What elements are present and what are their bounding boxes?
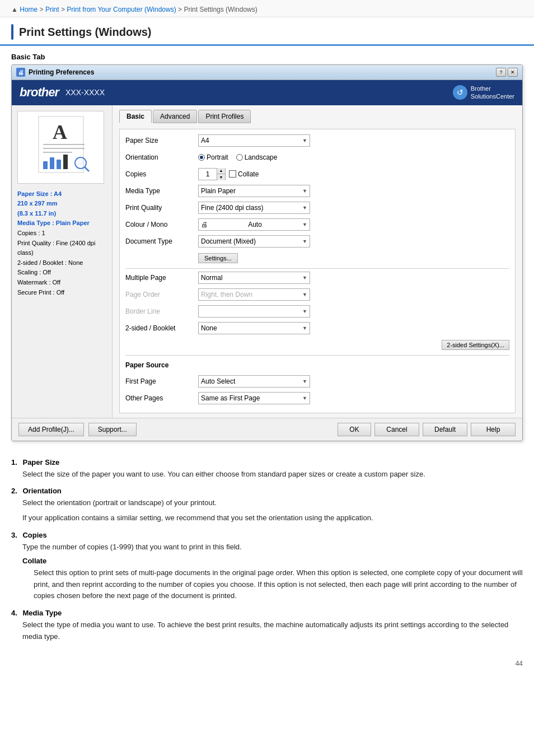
document-type-control: Document (Mixed) ▼	[198, 235, 509, 248]
collate-sub-section: Collate Select this option to print sets…	[22, 557, 523, 602]
paper-size-row: Paper Size A4 ▼	[125, 134, 509, 147]
help-footer-button[interactable]: Help	[471, 423, 516, 436]
item-title-media-type: 4. Media Type	[11, 609, 523, 617]
other-pages-control: Same as First Page ▼	[198, 392, 509, 404]
info-dimensions-imperial: (8.3 x 11.7 in)	[17, 209, 106, 219]
divider-1	[125, 268, 509, 269]
page-order-value: Right, then Down	[201, 291, 252, 298]
svg-point-11	[78, 160, 83, 166]
media-type-row: Media Type Plain Paper ▼	[125, 184, 509, 198]
breadcrumb-print[interactable]: Print	[45, 6, 59, 13]
first-page-label: First Page	[125, 377, 198, 385]
dialog-icon: 🖨	[16, 68, 25, 77]
document-settings-button[interactable]: Settings...	[198, 253, 238, 263]
document-type-select[interactable]: Document (Mixed) ▼	[198, 235, 310, 248]
titlebar-buttons: ? ✕	[496, 68, 518, 77]
media-type-select[interactable]: Plain Paper ▼	[198, 185, 310, 197]
collate-checkbox[interactable]	[229, 170, 236, 178]
item-num-3: 3.	[11, 531, 17, 539]
orientation-label: Orientation	[125, 153, 198, 161]
tab-print-profiles[interactable]: Print Profiles	[198, 110, 251, 123]
multiple-page-row: Multiple Page Normal ▼	[125, 271, 509, 284]
first-page-select[interactable]: Auto Select ▼	[198, 375, 310, 388]
page-order-select[interactable]: Right, then Down ▼	[198, 288, 310, 301]
media-type-value: Plain Paper	[201, 187, 236, 195]
ok-button[interactable]: OK	[338, 423, 371, 436]
orientation-landscape[interactable]: Landscape	[236, 153, 278, 161]
collate-checkbox-item[interactable]: Collate	[229, 170, 259, 178]
other-pages-label: Other Pages	[125, 394, 198, 402]
footer-right: OK Cancel Default Help	[338, 423, 516, 436]
svg-rect-6	[50, 157, 54, 169]
portrait-radio[interactable]	[198, 154, 205, 161]
media-type-arrow: ▼	[302, 188, 307, 194]
support-button[interactable]: Support...	[88, 423, 137, 436]
breadcrumb-home[interactable]: Home	[20, 6, 38, 13]
preview-box: A	[17, 111, 104, 184]
print-quality-select[interactable]: Fine (2400 dpi class) ▼	[198, 202, 310, 214]
add-profile-label: Add Profile(J)...	[28, 426, 74, 433]
copies-input[interactable]	[199, 169, 217, 180]
support-label: Support...	[98, 426, 127, 433]
two-sided-settings-container: 2-sided Settings(X)...	[198, 340, 509, 350]
copies-control: ▲ ▼ Collate	[198, 168, 509, 180]
breadcrumb-print-from-computer[interactable]: Print from Your Computer (Windows)	[67, 6, 176, 13]
collate-sub-title: Collate	[22, 557, 523, 565]
breadcrumb: ▲ Home > Print > Print from Your Compute…	[0, 0, 534, 17]
solutions-icon: ↺	[453, 85, 467, 100]
help-button[interactable]: ?	[496, 68, 506, 77]
two-sided-select[interactable]: None ▼	[198, 322, 310, 334]
paper-size-value: A4	[201, 137, 209, 144]
svg-line-10	[85, 167, 89, 171]
dialog-body: A Paper Size : A4	[12, 105, 522, 418]
spin-up-button[interactable]: ▲	[217, 168, 225, 175]
title-bar-accent	[11, 24, 13, 40]
cancel-button[interactable]: Cancel	[374, 423, 419, 436]
item-num-2: 2.	[11, 487, 17, 495]
item-para-media-type: Select the type of media you want to use…	[22, 619, 523, 643]
other-pages-select[interactable]: Same as First Page ▼	[198, 392, 310, 404]
colour-mono-select[interactable]: 🖨 Auto ▼	[198, 218, 310, 231]
document-type-row: Document Type Document (Mixed) ▼	[125, 235, 509, 248]
paper-size-select[interactable]: A4 ▼	[198, 134, 310, 147]
item-title-paper-size: 1. Paper Size	[11, 458, 523, 466]
copies-row: Copies ▲ ▼ Collate	[125, 167, 509, 181]
item-num-4: 4.	[11, 609, 17, 617]
page-title: Print Settings (Windows)	[19, 26, 151, 39]
section-label: Basic Tab	[0, 46, 534, 64]
other-pages-row: Other Pages Same as First Page ▼	[125, 391, 509, 405]
tab-advanced[interactable]: Advanced	[153, 110, 197, 123]
two-sided-settings-button[interactable]: 2-sided Settings(X)...	[442, 340, 509, 350]
spin-down-button[interactable]: ▼	[217, 174, 225, 180]
orientation-portrait[interactable]: Portrait	[198, 153, 228, 161]
border-line-select[interactable]: ▼	[198, 305, 310, 318]
colour-mono-value: Auto	[248, 221, 262, 228]
list-item-copies: 3. Copies Type the number of copies (1-9…	[11, 531, 523, 602]
orientation-row: Orientation Portrait Landscape	[125, 151, 509, 164]
multiple-page-value: Normal	[201, 274, 223, 282]
preview-svg: A	[22, 114, 100, 181]
colour-mono-row: Colour / Mono 🖨 Auto ▼	[125, 218, 509, 231]
page-order-arrow: ▼	[302, 292, 307, 297]
add-profile-button[interactable]: Add Profile(J)...	[18, 423, 84, 436]
svg-rect-7	[57, 160, 61, 169]
default-button[interactable]: Default	[423, 423, 467, 436]
first-page-row: First Page Auto Select ▼	[125, 375, 509, 388]
close-button[interactable]: ✕	[508, 68, 518, 77]
tab-basic[interactable]: Basic	[119, 110, 152, 123]
printing-preferences-dialog: 🖨 Printing Preferences ? ✕ brother XXX-X…	[11, 64, 523, 441]
landscape-radio[interactable]	[236, 154, 243, 161]
brother-logo: brother	[20, 85, 59, 100]
first-page-control: Auto Select ▼	[198, 375, 509, 388]
info-secure-print: Secure Print : Off	[17, 288, 106, 298]
item-para-paper-size: Select the size of the paper you want to…	[22, 469, 523, 480]
info-watermark: Watermark : Off	[17, 278, 106, 288]
two-sided-value: None	[201, 324, 217, 332]
item-label-paper-size: Paper Size	[22, 458, 59, 466]
svg-text:A: A	[53, 121, 67, 143]
page-number: 44	[0, 657, 534, 673]
footer-left: Add Profile(J)... Support...	[18, 423, 137, 436]
multiple-page-select[interactable]: Normal ▼	[198, 272, 310, 284]
multiple-page-label: Multiple Page	[125, 274, 198, 282]
two-sided-control: None ▼	[198, 322, 509, 334]
